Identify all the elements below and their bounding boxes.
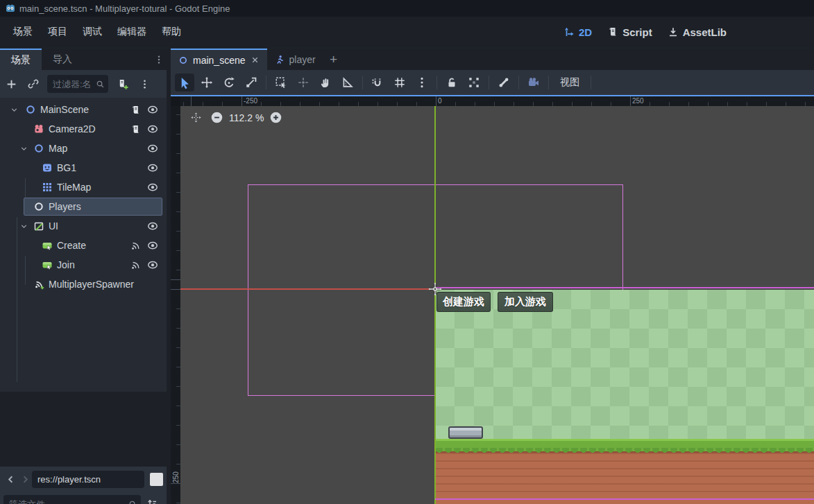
menu-bar: 场景项目调试编辑器帮助 2DScriptAssetLib [0, 17, 814, 47]
tree-row-Create[interactable]: Create [0, 236, 167, 255]
visibility-eye-icon[interactable] [147, 220, 158, 232]
signal-icon[interactable] [130, 241, 141, 251]
canvaslayer-icon [33, 220, 44, 232]
back-icon[interactable] [6, 474, 16, 485]
group-toggle-button[interactable] [464, 73, 484, 92]
visibility-eye-icon[interactable] [147, 104, 158, 115]
add-node-button[interactable] [2, 75, 20, 93]
zoom-level[interactable]: 112.2 % [229, 112, 264, 123]
select-tool-button[interactable] [175, 73, 194, 92]
node2d-icon [178, 55, 188, 65]
tree-row-Players[interactable]: Players [0, 197, 167, 216]
scene-dock-toolbar [0, 70, 167, 98]
visibility-eye-icon[interactable] [147, 143, 158, 154]
menu-调试[interactable]: 调试 [75, 21, 110, 42]
toolbar-separator [266, 76, 266, 89]
visibility-eye-icon[interactable] [147, 182, 158, 193]
filesystem-filter-row [0, 492, 167, 504]
chevron-down-icon[interactable] [19, 222, 28, 231]
smart-snap-toggle-button[interactable] [368, 73, 387, 92]
zoom-out-button[interactable] [211, 112, 223, 123]
toolbar-separator [591, 76, 591, 89]
new-scene-tab-button[interactable]: + [323, 49, 344, 70]
sort-files-icon[interactable] [143, 495, 161, 504]
scene-tab-player[interactable]: player [267, 49, 323, 70]
menu-场景[interactable]: 场景 [6, 21, 40, 42]
move-tool-button[interactable] [197, 73, 217, 92]
scene-dock-tabs: 场景导入 [0, 49, 83, 70]
menu-编辑器[interactable]: 编辑器 [110, 21, 154, 42]
node-label: MainScene [40, 104, 89, 115]
snap-options-menu-button[interactable] [412, 73, 432, 92]
tree-row-TileMap[interactable]: TileMap [0, 177, 167, 197]
ruler-tick-label: 250 [172, 470, 180, 485]
lock-toggle-button[interactable] [442, 73, 461, 92]
workspace-2d[interactable]: 2D [563, 26, 592, 38]
tilemap-dirt [435, 451, 814, 504]
script-icon[interactable] [130, 105, 141, 115]
scene-filter-box [47, 75, 108, 93]
current-path-field[interactable]: res://player.tscn [32, 471, 144, 488]
grid-snap-toggle-button[interactable] [390, 73, 409, 92]
visibility-eye-icon[interactable] [147, 162, 158, 173]
pan-tool-button[interactable] [316, 73, 335, 92]
tree-row-Map[interactable]: Map [0, 139, 167, 158]
scene-tab-label: player [289, 54, 316, 65]
chevron-down-icon[interactable] [10, 105, 19, 114]
dock-splitter[interactable] [0, 440, 167, 446]
dock-tab-场景[interactable]: 场景 [0, 49, 42, 70]
window-title: main_scene.tscn - Multiplayer-totural - … [19, 3, 230, 14]
tree-row-BG1[interactable]: BG1 [0, 158, 167, 177]
signal-icon[interactable] [130, 260, 141, 270]
toolbar-separator [362, 76, 363, 89]
visibility-eye-icon[interactable] [147, 123, 158, 134]
tree-row-Join[interactable]: Join [0, 255, 167, 275]
camera-preview-button[interactable] [524, 73, 543, 92]
view-menu-button[interactable]: 视图 [552, 76, 587, 89]
attach-script-button[interactable] [113, 75, 131, 93]
tree-row-UI[interactable]: UI [0, 216, 167, 236]
scene-tab-main_scene[interactable]: main_scene [171, 49, 267, 70]
forward-icon[interactable] [20, 474, 31, 485]
chevron-down-icon[interactable] [19, 144, 28, 153]
filesystem-filter-input[interactable] [3, 499, 141, 504]
workspace-script[interactable]: Script [607, 26, 652, 38]
tree-row-MainScene[interactable]: MainScene [0, 100, 167, 119]
node2d-icon [33, 201, 44, 212]
tree-row-MultiplayerSpawner[interactable]: MultiplayerSpawner [0, 275, 167, 294]
create-game-button[interactable]: 创建游戏 [436, 292, 491, 312]
close-icon[interactable] [251, 55, 260, 64]
scene-dock-menu-icon[interactable] [154, 49, 164, 70]
center-view-icon[interactable] [190, 112, 202, 123]
node-label: Players [49, 201, 81, 212]
pivot-tool-button[interactable] [294, 73, 313, 92]
origin-gizmo-icon [428, 282, 442, 296]
menu-帮助[interactable]: 帮助 [154, 21, 189, 42]
script-icon[interactable] [130, 124, 141, 134]
zoom-in-button[interactable] [270, 112, 282, 123]
download-icon [668, 26, 679, 37]
bone-menu-button[interactable] [494, 73, 514, 92]
horizontal-ruler: -250 0 250 [180, 96, 814, 106]
list-select-tool-button[interactable] [271, 73, 291, 92]
godot-logo-icon [5, 3, 16, 14]
workspace-assetlib[interactable]: AssetLib [668, 26, 727, 38]
node-label: Camera2D [49, 123, 96, 134]
ruler-tool-button[interactable] [338, 73, 357, 92]
ruler-tick-label: 250 [632, 97, 644, 105]
tilemap-grass [435, 439, 814, 451]
2d-viewport-canvas[interactable]: 创建游戏 加入游戏 112.2 % [180, 106, 814, 504]
scale-tool-button[interactable] [241, 73, 261, 92]
visibility-eye-icon[interactable] [147, 240, 158, 251]
visibility-eye-icon[interactable] [147, 259, 158, 270]
scene-toolbar-more-icon[interactable] [135, 75, 153, 93]
rotate-tool-button[interactable] [219, 73, 239, 92]
display-mode-toggle-button[interactable] [150, 473, 163, 486]
tree-row-Camera2D[interactable]: Camera2D [0, 119, 167, 139]
instance-scene-button[interactable] [24, 75, 42, 93]
node-label: BG1 [57, 162, 76, 173]
menu-项目[interactable]: 项目 [40, 21, 75, 42]
node-label: TileMap [57, 182, 91, 193]
join-game-button[interactable]: 加入游戏 [498, 292, 553, 312]
dock-tab-导入[interactable]: 导入 [42, 49, 83, 70]
